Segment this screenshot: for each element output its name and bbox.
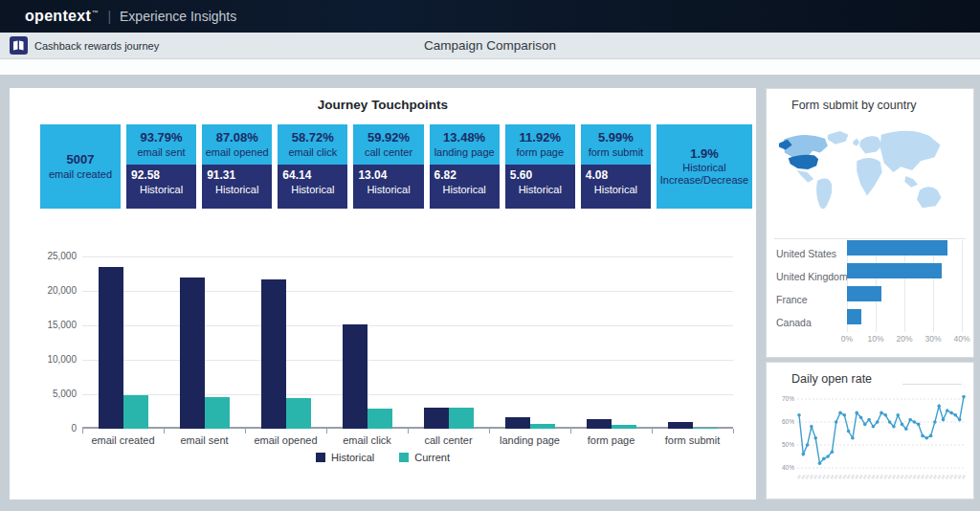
data-point xyxy=(797,413,801,417)
country-bar xyxy=(847,286,881,301)
x-axis-tick xyxy=(408,429,409,433)
kpi-historical-label: Historical xyxy=(510,184,570,195)
legend-swatch xyxy=(399,453,409,462)
bar-group xyxy=(326,256,408,429)
kpi-tile: 87.08%email opened91.31Historical xyxy=(202,124,272,209)
data-point xyxy=(802,453,806,456)
kpi-historical-value: 64.14 xyxy=(282,168,343,182)
kpi-value: 13.48% xyxy=(443,130,485,145)
y-axis-label: 0 xyxy=(36,423,77,433)
data-point xyxy=(876,420,880,424)
country-axis-tick: 40% xyxy=(947,334,976,344)
y-axis-label: 10,000 xyxy=(36,354,77,365)
x-axis-tick xyxy=(570,429,571,433)
open-rate-panel-title: Daily open rate xyxy=(791,372,872,386)
open-rate-ytick: 40% xyxy=(782,464,794,471)
kpi-tile-current: 5.99%form submit xyxy=(581,124,651,165)
current-bar xyxy=(693,428,718,429)
x-axis-label: landing page xyxy=(489,434,570,446)
data-point xyxy=(859,415,863,419)
data-point xyxy=(901,423,904,427)
data-point xyxy=(838,411,842,415)
legend-item: Historical xyxy=(316,452,374,463)
bar-groups xyxy=(82,256,733,429)
kpi-tile-historical: 13.04Historical xyxy=(353,165,423,209)
x-axis-label: call center xyxy=(408,434,489,446)
bar-group xyxy=(489,256,570,429)
bar-group xyxy=(652,256,733,429)
data-point xyxy=(818,461,822,465)
data-point xyxy=(913,420,917,424)
map-canada xyxy=(784,135,828,158)
x-axis-label: email created xyxy=(82,434,164,446)
journey-chart: 05,00010,00015,00020,00025,000email crea… xyxy=(36,256,739,454)
data-point xyxy=(933,420,937,424)
kpi-historical-value: 92.58 xyxy=(131,168,191,182)
data-point xyxy=(937,404,941,408)
bar-group xyxy=(408,256,489,429)
kpi-value: 11.92% xyxy=(520,130,561,145)
open-rate-line-chart: 70%60%50%40%############################… xyxy=(772,386,969,497)
open-rate-ytick: 60% xyxy=(782,418,794,425)
historical-bar xyxy=(261,279,286,429)
data-point xyxy=(917,423,921,427)
kpi-historical-label: Historical xyxy=(207,184,267,195)
x-axis-label: form page xyxy=(570,434,652,446)
x-axis-tick xyxy=(82,429,83,433)
country-bar xyxy=(847,309,861,324)
open-rate-xtick: ## xyxy=(961,473,968,479)
kpi-label: Historical Increase/Decrease xyxy=(657,162,752,187)
panel-divider xyxy=(774,238,966,239)
dashboard-content: Journey Touchpoints 5007email created93.… xyxy=(0,75,980,511)
kpi-value: 58.72% xyxy=(292,130,334,145)
x-axis-labels: email createdemail sentemail openedemail… xyxy=(82,434,733,446)
x-axis-label: email sent xyxy=(164,434,245,446)
kpi-historical-value: 13.04 xyxy=(358,168,418,182)
y-axis-label: 15,000 xyxy=(36,320,77,330)
data-point xyxy=(946,409,949,412)
kpi-tile-historical: 5.60Historical xyxy=(505,165,575,209)
kpi-tile: 93.79%email sent92.58Historical xyxy=(126,124,196,209)
country-label: United States xyxy=(776,248,843,259)
kpi-value: 5007 xyxy=(67,152,95,167)
data-point xyxy=(954,413,958,417)
country-axis-ticks: 0%10%20%30%40% xyxy=(847,334,962,345)
data-point xyxy=(888,420,892,424)
country-panel-title: Form submit by country xyxy=(791,99,917,112)
kpi-historical-label: Historical xyxy=(282,184,343,195)
kpi-label: landing page xyxy=(434,146,495,159)
y-axis-label: 20,000 xyxy=(36,285,77,296)
kpi-tile-current: 13.48%landing page xyxy=(430,124,500,165)
kpi-historical-value: 6.82 xyxy=(434,168,495,182)
y-axis-label: 5,000 xyxy=(36,389,77,399)
data-point xyxy=(929,434,933,438)
kpi-value: 87.08% xyxy=(216,130,258,145)
kpi-tiles-row: 5007email created93.79%email sent92.58Hi… xyxy=(40,124,752,209)
bar-group xyxy=(570,256,652,429)
data-point xyxy=(958,418,962,422)
historical-bar xyxy=(343,324,368,429)
kpi-tile-current: 58.72%email click xyxy=(278,124,347,165)
historical-bar xyxy=(668,422,693,429)
sub-header-bar: Cashback rewards journey Campaign Compar… xyxy=(0,33,980,59)
kpi-tile: 5007email created xyxy=(40,124,121,209)
kpi-historical-label: Historical xyxy=(434,184,495,195)
x-axis-tick xyxy=(326,429,327,433)
trademark-symbol: ™ xyxy=(92,10,99,16)
country-axis-tick: 30% xyxy=(919,334,947,344)
dashboard-page: opentext™ | Experience Insights Cashback… xyxy=(0,0,980,511)
data-point xyxy=(813,436,817,440)
historical-bar xyxy=(180,278,205,429)
kpi-value: 1.9% xyxy=(690,146,719,162)
bar-group xyxy=(245,256,326,429)
legend-rule xyxy=(902,384,962,385)
data-point xyxy=(822,457,826,461)
map-asia xyxy=(880,131,941,172)
current-bar xyxy=(530,424,555,429)
country-bars-plot xyxy=(847,240,962,332)
kpi-value: 93.79% xyxy=(141,130,183,145)
kpi-label: form submit xyxy=(589,146,643,159)
open-rate-ytick: 70% xyxy=(782,395,794,402)
kpi-historical-value: 5.60 xyxy=(510,168,570,182)
logo-divider: | xyxy=(107,9,111,24)
